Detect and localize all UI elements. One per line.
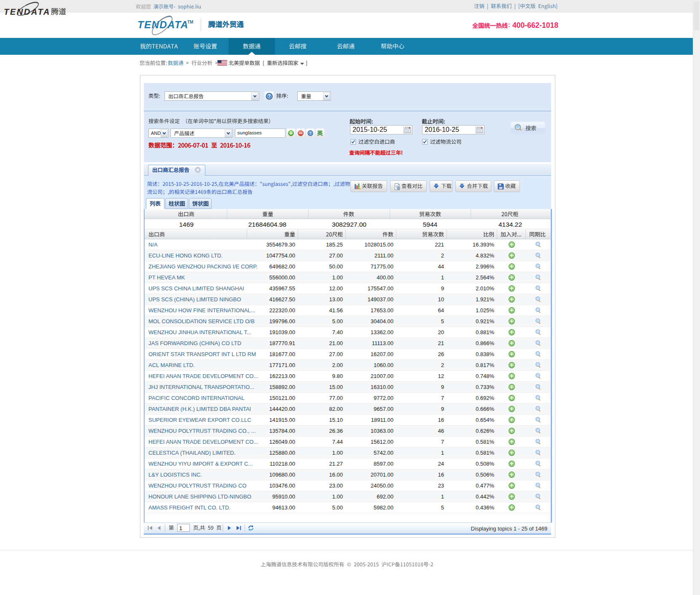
svg-text:TENDATA: TENDATA bbox=[4, 7, 51, 16]
svg-text:?: ? bbox=[268, 94, 270, 99]
svg-text:?: ? bbox=[309, 131, 311, 135]
svg-text:TM: TM bbox=[187, 20, 193, 24]
svg-text:TENDATA: TENDATA bbox=[137, 19, 188, 30]
